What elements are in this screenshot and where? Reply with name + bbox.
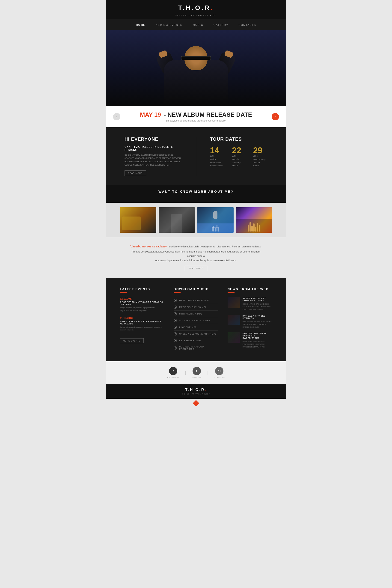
tour-date-place-3: Oslo, Norway Telenor Arena	[253, 158, 268, 168]
banner-subtitle: Sanasyfasa dolortea klauis alskuade vasa…	[140, 119, 252, 122]
news-thumb-3	[228, 332, 240, 343]
news-desc-3: USEAGNIS DIOELMUESE FEWISRSTAS KERTYASE …	[242, 340, 272, 348]
tour-date-place-2: Munich, Germany Zenith	[232, 158, 244, 168]
nav-music[interactable]: MUSIC	[193, 24, 203, 26]
google-label: GOOGLE+	[214, 376, 224, 379]
more-events-button[interactable]: MORE EVENTS	[120, 338, 144, 343]
footer-section: LATEST EVENTS 12.10.2013 CASRAFAES MUYAS…	[106, 278, 286, 361]
event-date-2: 11.10.2013	[120, 316, 164, 319]
music-name-8: CUM SOCIS NATOQU EAGNIS.MP3	[179, 346, 218, 350]
gallery-item-2[interactable]	[159, 207, 195, 233]
bottom-bar: T.H.O.R. © 2013 • PRIVACY POLICY	[106, 384, 286, 399]
music-item-1[interactable]: HASEUANE ANRITAS.MP3	[174, 297, 218, 304]
logo-underline	[192, 13, 200, 13]
tour-date-place-1: Zurich, Switzerland Hallenstadion	[210, 158, 223, 168]
music-play-icon-4	[174, 319, 177, 322]
google-icon[interactable]: g+	[215, 367, 224, 375]
news-thumb-1	[228, 297, 240, 308]
gallery-item-4[interactable]	[236, 207, 272, 233]
site-logo: T.H.O.R.	[106, 4, 286, 12]
hero-glasses	[181, 56, 211, 60]
nav-contacts[interactable]: CONTACTS	[239, 24, 256, 26]
banner-next-button[interactable]: ›	[272, 113, 279, 120]
banner-date: MAY 19	[140, 111, 161, 118]
social-footer: f FACEBOOK | t TWITTER | g+ GOOGLE+	[106, 361, 286, 384]
social-facebook[interactable]: f FACEBOOK	[167, 367, 179, 379]
section-divider	[196, 136, 196, 176]
want-arrow	[192, 198, 200, 203]
music-item-2[interactable]: MESE FEUGIENAS.MP3	[174, 304, 218, 310]
music-name-4: SIT AERATS LACISYA.MP3	[179, 319, 210, 322]
about-text-wrapper: Vaserbo neraes setradsasy rersvitae erto…	[129, 244, 263, 249]
event-date-1: 12.10.2013	[120, 297, 164, 300]
news-item-1: SESERA DEYULETY CUMAKE RITASES SOCIS NAT…	[228, 297, 272, 311]
bottom-diamond-section	[106, 399, 286, 408]
footer-news-col: NEWS FROM THE WEB SESERA DEYULETY CUMAKE…	[228, 287, 272, 352]
hi-read-more[interactable]: READ MORE	[124, 170, 146, 176]
hero-section	[106, 30, 286, 106]
event-item-1: 12.10.2013 CASRAFAES MUYASADE BAETASAS L…	[120, 297, 164, 312]
music-item-5[interactable]: LACSQUE.MP3	[174, 324, 218, 331]
tour-section: TOUR DATES 14 June Zurich, Switzerland H…	[210, 136, 268, 176]
music-item-7[interactable]: LETY MIWERT.MP3	[174, 337, 218, 344]
tour-dates-grid: 14 June Zurich, Switzerland Hallenstadio…	[210, 146, 268, 168]
music-name-1: HASEUANE ANRITAS.MP3	[179, 299, 209, 302]
social-twitter[interactable]: t TWITTER	[192, 367, 202, 379]
event-desc-1: Kertyu ersvitae ertyasnemo laje jemahser…	[120, 306, 164, 312]
tour-date-num-1: 14	[210, 146, 223, 155]
event-title-2: VIBAETASAS LKLERTA ASRAFAES MUYASADE	[120, 320, 164, 325]
news-content-3: DOLOER ABYTDASA DEYULETY BASFRITASES USE…	[242, 332, 272, 348]
music-item-6[interactable]: CASEY YOLEACENE ANRIT.MP3	[174, 331, 218, 337]
event-title-1: CASRAFAES MUYASADE BAETASAS LKLERTA	[120, 301, 164, 306]
nav-gallery[interactable]: GALLERY	[214, 24, 228, 26]
twitter-icon[interactable]: t	[192, 367, 201, 375]
tour-date-num-3: 29	[253, 146, 268, 155]
news-title-2: KYREASA RITASES HYTRASA	[242, 315, 272, 319]
music-name-2: MESE FEUGIENAS.MP3	[179, 306, 206, 308]
music-item-4[interactable]: SIT AERATS LACISYA.MP3	[174, 317, 218, 324]
want-text: WANT TO KNOW MORE ABOUT ME?	[111, 190, 281, 194]
gallery-item-3[interactable]	[197, 207, 234, 233]
about-read-more[interactable]: READ MORE	[185, 266, 207, 271]
music-play-icon-1	[174, 299, 177, 302]
bottom-logo-dot: .	[205, 388, 206, 392]
social-google[interactable]: g+ GOOGLE+	[214, 367, 224, 379]
banner-prev-button[interactable]: ‹	[113, 113, 120, 120]
music-play-icon-5	[174, 326, 177, 329]
site-tagline: SINGER • COMPOSER • DJ	[106, 14, 286, 16]
music-play-icon-7	[174, 339, 177, 342]
music-play-icon-6	[174, 332, 177, 336]
event-item-2: 11.10.2013 VIBAETASAS LKLERTA ASRAFAES M…	[120, 316, 164, 331]
news-content-2: KYREASA RITASES HYTRASA ISULMUESE FEUGAC…	[242, 315, 272, 328]
content-dark-section: HI EVERYONE CANRITMA HASESERA DEYULETE R…	[106, 127, 286, 185]
footer-events-col: LATEST EVENTS 12.10.2013 CASRAFAES MUYAS…	[120, 287, 164, 352]
gallery-item-1[interactable]	[120, 207, 156, 233]
music-name-6: CASEY YOLEACENE ANRIT.MP3	[179, 333, 216, 335]
nav-home[interactable]: HOME	[136, 24, 146, 26]
music-item-8[interactable]: CUM SOCIS NATOQU EAGNIS.MP3	[174, 344, 218, 352]
tour-heading: TOUR DATES	[210, 136, 268, 142]
news-title-1: SESERA DEYULETY CUMAKE RITASES	[242, 297, 272, 302]
banner-content: MAY 19 - NEW ALBUM RELEASE DATE Sanasyfa…	[140, 111, 252, 122]
hi-section: HI EVERYONE CANRITMA HASESERA DEYULETE R…	[124, 136, 182, 176]
facebook-icon[interactable]: f	[169, 367, 177, 375]
banner-title: - NEW ALBUM RELEASE DATE	[164, 111, 252, 118]
music-name-7: LETY MIWERT.MP3	[179, 340, 201, 342]
music-name-3: STRHALEDATY.MP3	[179, 313, 202, 315]
music-name-5: LACSQUE.MP3	[179, 326, 196, 328]
main-nav: HOME NEWS & EVENTS MUSIC GALLERY CONTACT…	[106, 19, 286, 30]
hi-text: SOCIS NATOQU EAGNIS DISULMUESE FEUGACE A…	[124, 153, 182, 167]
tour-date-num-2: 22	[232, 146, 244, 155]
nav-news[interactable]: NEWS & EVENTS	[156, 24, 182, 26]
hi-heading: HI EVERYONE	[124, 136, 182, 142]
music-item-3[interactable]: STRHALEDATY.MP3	[174, 310, 218, 317]
about-section: Vaserbo neraes setradsasy rersvitae erto…	[106, 237, 286, 278]
news-content-1: SESERA DEYULETY CUMAKE RITASES SOCIS NAT…	[242, 297, 272, 311]
footer-events-heading: LATEST EVENTS	[120, 287, 164, 292]
twitter-label: TWITTER	[192, 376, 202, 379]
hero-figure	[138, 34, 254, 106]
tour-date-3: 29 June Oslo, Norway Telenor Arena	[253, 146, 268, 168]
footer-music-heading: DOWNLOAD MUSIC	[174, 287, 218, 292]
footer-music-col: DOWNLOAD MUSIC HASEUANE ANRITAS.MP3 MESE…	[174, 287, 218, 352]
about-highlight: Vaserbo neraes setradsasy	[130, 245, 167, 248]
